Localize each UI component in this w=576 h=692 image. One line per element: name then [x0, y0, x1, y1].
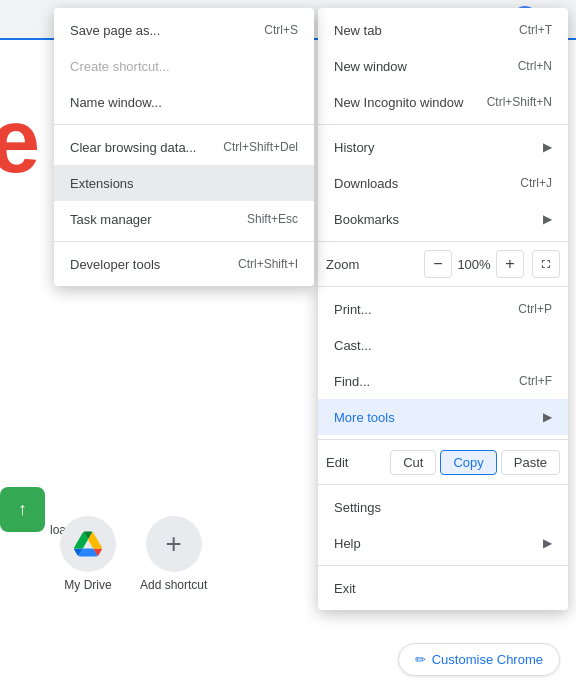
more-tools-item[interactable]: More tools ▶ [318, 399, 568, 435]
drive-thumbnail[interactable]: My Drive [60, 516, 116, 592]
drive-label: My Drive [64, 578, 111, 592]
clear-browsing-data-item[interactable]: Clear browsing data... Ctrl+Shift+Del [54, 129, 314, 165]
customise-icon: ✏ [415, 652, 426, 667]
new-window-item[interactable]: New window Ctrl+N [318, 48, 568, 84]
more-tools-submenu: Save page as... Ctrl+S Create shortcut..… [54, 8, 314, 286]
zoom-row: Zoom − 100% + [318, 246, 568, 282]
customise-label: Customise Chrome [432, 652, 543, 667]
app-icon-label: ↑ [18, 499, 27, 520]
create-shortcut-item[interactable]: Create shortcut... [54, 48, 314, 84]
menu-divider-3 [318, 286, 568, 287]
history-item[interactable]: History ▶ [318, 129, 568, 165]
add-shortcut-label: Add shortcut [140, 578, 207, 592]
menu-divider-2 [318, 241, 568, 242]
drive-icon-circle [60, 516, 116, 572]
edit-row: Edit Cut Copy Paste [318, 444, 568, 480]
developer-tools-item[interactable]: Developer tools Ctrl+Shift+I [54, 246, 314, 282]
bookmarks-item[interactable]: Bookmarks ▶ [318, 201, 568, 237]
cast-item[interactable]: Cast... [318, 327, 568, 363]
customise-chrome-button[interactable]: ✏ Customise Chrome [398, 643, 560, 676]
extensions-item[interactable]: Extensions [54, 165, 314, 201]
zoom-minus-button[interactable]: − [424, 250, 452, 278]
logo-partial: e [0, 100, 60, 180]
menu-divider-6 [318, 565, 568, 566]
logo-letter: e [0, 100, 40, 180]
add-shortcut-thumbnail[interactable]: + Add shortcut [140, 516, 207, 592]
help-item[interactable]: Help ▶ [318, 525, 568, 561]
zoom-value: 100% [456, 257, 492, 272]
save-page-as-item[interactable]: Save page as... Ctrl+S [54, 12, 314, 48]
new-tab-item[interactable]: New tab Ctrl+T [318, 12, 568, 48]
submenu-divider-2 [54, 241, 314, 242]
chrome-main-menu: New tab Ctrl+T New window Ctrl+N New Inc… [318, 8, 568, 610]
downloads-item[interactable]: Downloads Ctrl+J [318, 165, 568, 201]
settings-item[interactable]: Settings [318, 489, 568, 525]
fullscreen-button[interactable] [532, 250, 560, 278]
add-shortcut-circle: + [146, 516, 202, 572]
cut-button[interactable]: Cut [390, 450, 436, 475]
submenu-divider-1 [54, 124, 314, 125]
new-incognito-item[interactable]: New Incognito window Ctrl+Shift+N [318, 84, 568, 120]
copy-button[interactable]: Copy [440, 450, 496, 475]
exit-item[interactable]: Exit [318, 570, 568, 606]
task-manager-item[interactable]: Task manager Shift+Esc [54, 201, 314, 237]
name-window-item[interactable]: Name window... [54, 84, 314, 120]
paste-button[interactable]: Paste [501, 450, 560, 475]
menu-divider-4 [318, 439, 568, 440]
zoom-plus-button[interactable]: + [496, 250, 524, 278]
app-icon-partial: ↑ [0, 487, 45, 532]
zoom-controls: − 100% + [424, 250, 560, 278]
find-item[interactable]: Find... Ctrl+F [318, 363, 568, 399]
print-item[interactable]: Print... Ctrl+P [318, 291, 568, 327]
add-icon: + [166, 528, 182, 560]
menu-divider-1 [318, 124, 568, 125]
menu-divider-5 [318, 484, 568, 485]
